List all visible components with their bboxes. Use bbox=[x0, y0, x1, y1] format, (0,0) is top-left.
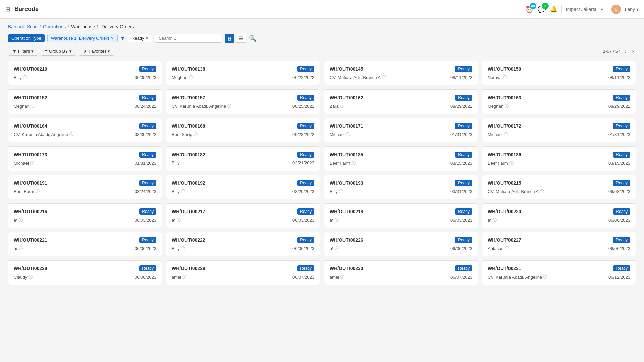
delivery-order-card[interactable]: WH/OUT/00145 Ready CV. Mutiara Adil, Bra… bbox=[324, 61, 478, 85]
delivery-order-card[interactable]: WH/OUT/00173 Ready Michael ⓘ 01/31/2023 bbox=[8, 146, 162, 171]
info-icon: ⓘ bbox=[339, 189, 343, 194]
status-badge: Ready bbox=[455, 152, 472, 158]
card-id: WH/OUT/00185 bbox=[330, 152, 363, 157]
search-input[interactable] bbox=[155, 34, 222, 43]
delivery-order-card[interactable]: WH/OUT/00152 Ready Meghan ⓘ 08/24/2022 bbox=[8, 89, 162, 114]
delivery-order-card[interactable]: WH/OUT/00157 Ready CV. Karunia Abadi, An… bbox=[166, 89, 320, 114]
delivery-order-card[interactable]: WH/OUT/00138 Ready Meghan ⓘ 06/22/2022 bbox=[166, 61, 320, 85]
info-icon: ⓘ bbox=[177, 217, 181, 223]
delivery-order-card[interactable]: WH/OUT/00226 Ready a\ ⓘ 06/06/2023 bbox=[324, 232, 478, 256]
card-id: WH/OUT/00221 bbox=[14, 237, 47, 243]
remove-operation-filter[interactable]: ✕ bbox=[111, 36, 114, 41]
delivery-order-card[interactable]: WH/OUT/00182 Ready Billy ⚠ 02/21/2023 bbox=[166, 146, 320, 171]
delivery-order-card[interactable]: WH/OUT/00216 Ready a\ ⓘ 06/03/2023 bbox=[8, 203, 162, 228]
delivery-order-card[interactable]: WH/OUT/00229 Ready amel ⓘ 06/07/2023 bbox=[166, 260, 320, 285]
operation-type-value-tag[interactable]: Warehouse 1: Delivery Orders ✕ bbox=[47, 34, 118, 42]
card-id: WH/OUT/00152 bbox=[14, 95, 47, 100]
info-icon: ⓘ bbox=[194, 132, 198, 137]
delivery-order-card[interactable]: WH/OUT/00231 Ready CV. Karunia Abadi, An… bbox=[482, 260, 636, 285]
delivery-order-card[interactable]: WH/OUT/00217 Ready a\ ⓘ 06/03/2023 bbox=[166, 203, 320, 228]
view-toggle: ▦ ☰ bbox=[225, 34, 246, 43]
info-icon: ⓘ bbox=[181, 246, 185, 251]
card-footer: Beef Shop ⓘ 09/23/2022 bbox=[172, 132, 314, 137]
delivery-order-card[interactable]: WH/OUT/00220 Ready a\ ⓘ 06/06/2023 bbox=[482, 203, 636, 228]
card-footer: a\ ⓘ 06/06/2023 bbox=[488, 217, 630, 223]
delivery-order-card[interactable]: WH/OUT/00162 Ready Zara ⓘ 08/29/2022 bbox=[324, 89, 478, 114]
card-header: WH/OUT/00220 Ready bbox=[488, 208, 630, 215]
card-footer: Michael ⓘ 01/31/2023 bbox=[330, 132, 472, 137]
delivery-order-card[interactable]: WH/OUT/00227 Ready Antasari ⓘ 06/06/2023 bbox=[482, 232, 636, 256]
filter-funnel-icon: ▼ bbox=[120, 36, 125, 41]
filters-button[interactable]: ▼ Filters ▾ bbox=[8, 47, 38, 56]
delivery-order-card[interactable]: WH/OUT/00191 Ready Beef Farm ⓘ 03/24/202… bbox=[8, 175, 162, 199]
delivery-order-card[interactable]: WH/OUT/00163 Ready Meghan ⓘ 08/29/2022 bbox=[482, 89, 636, 114]
settings-icon[interactable]: 🔔 bbox=[550, 6, 557, 13]
status-badge: Ready bbox=[455, 265, 472, 272]
grid-icon[interactable]: ⊞ bbox=[5, 6, 10, 13]
status-badge: Ready bbox=[613, 237, 630, 243]
list-view-button[interactable]: ☰ bbox=[236, 34, 246, 43]
user-menu[interactable]: Leny ▾ bbox=[625, 7, 639, 12]
delivery-order-card[interactable]: WH/OUT/00168 Ready Beef Shop ⓘ 09/23/202… bbox=[166, 118, 320, 142]
card-person: Beef Shop ⓘ bbox=[172, 132, 198, 137]
card-date: 08/29/2022 bbox=[450, 104, 472, 109]
card-id: WH/OUT/00172 bbox=[488, 123, 521, 129]
company-chevron[interactable]: ▾ bbox=[601, 7, 603, 12]
delivery-order-card[interactable]: WH/OUT/00230 Ready amel ⓘ 06/07/2023 bbox=[324, 260, 478, 285]
top-right-actions: ⏰ 40 💬 3 🔔 Impact Jakarta ▾ L Leny ▾ bbox=[525, 5, 639, 14]
ready-filter-tag[interactable]: Ready ✕ bbox=[128, 34, 153, 42]
company-selector[interactable]: Impact Jakarta bbox=[566, 7, 597, 12]
status-badge: Ready bbox=[455, 123, 472, 129]
delivery-order-card[interactable]: WH/OUT/00185 Ready Beef Farm ⓘ 03/15/202… bbox=[324, 146, 478, 171]
card-footer: CV. Mutiara Adil, Branch A ⓘ 08/11/2022 bbox=[330, 75, 472, 80]
pagination-next[interactable]: › bbox=[630, 48, 636, 55]
card-header: WH/OUT/00215 Ready bbox=[488, 180, 630, 186]
card-footer: Beef Farm ⓘ 03/24/2023 bbox=[14, 189, 156, 194]
delivery-order-card[interactable]: WH/OUT/00221 Ready a/ ⓘ 06/06/2023 bbox=[8, 232, 162, 256]
chat-notification[interactable]: 💬 3 bbox=[538, 5, 546, 13]
card-person: CV. Mutiara Adil, Branch A ⓘ bbox=[330, 75, 386, 80]
status-badge: Ready bbox=[297, 208, 314, 215]
card-date: 06/03/2023 bbox=[292, 218, 314, 223]
group-by-button[interactable]: ≡ Group BY ▾ bbox=[41, 47, 76, 56]
remove-ready-filter[interactable]: ✕ bbox=[145, 36, 149, 41]
status-badge: Ready bbox=[139, 95, 156, 101]
card-person: amel ⓘ bbox=[330, 274, 344, 280]
card-person: Billy ⚠ bbox=[172, 160, 185, 165]
delivery-order-card[interactable]: WH/OUT/00222 Ready Billy ⓘ 06/06/2023 bbox=[166, 232, 320, 256]
card-person: Billy ⓘ bbox=[14, 75, 27, 80]
card-person: CV. Karunia Abadi, Angeline ⓘ bbox=[172, 103, 231, 109]
card-header: WH/OUT/00229 Ready bbox=[172, 265, 314, 272]
card-date: 03/29/2023 bbox=[292, 189, 314, 194]
kanban-view-button[interactable]: ▦ bbox=[225, 34, 234, 43]
delivery-order-card[interactable]: WH/OUT/00215 Ready CV. Mutiara Adil, Bra… bbox=[482, 175, 636, 199]
warn-icon: ⚠ bbox=[181, 161, 185, 165]
delivery-order-card[interactable]: WH/OUT/00186 Ready Beef Farm ⓘ 03/15/202… bbox=[482, 146, 636, 171]
card-footer: CV. Karunia Abadi, Angeline ⓘ 08/30/2022 bbox=[14, 132, 156, 137]
delivery-order-card[interactable]: WH/OUT/00219 Ready Billy ⓘ 06/05/2023 bbox=[8, 61, 162, 85]
breadcrumb-operations[interactable]: Operations bbox=[43, 24, 66, 29]
card-person: Naraya ⓘ bbox=[488, 75, 507, 80]
clock-notification[interactable]: ⏰ 40 bbox=[525, 5, 534, 13]
favorites-button[interactable]: ★ Favorites ▾ bbox=[79, 47, 114, 56]
delivery-order-card[interactable]: WH/OUT/00172 Ready Michael ⓘ 01/31/2023 bbox=[482, 118, 636, 142]
card-footer: Claudy ⓘ 06/06/2023 bbox=[14, 274, 156, 280]
delivery-order-card[interactable]: WH/OUT/00192 Ready Billy ⓘ 03/29/2023 bbox=[166, 175, 320, 199]
card-person: CV. Karunia Abadi, Angeline ⓘ bbox=[488, 274, 547, 280]
delivery-order-card[interactable]: WH/OUT/00228 Ready Claudy ⓘ 06/06/2023 bbox=[8, 260, 162, 285]
delivery-order-card[interactable]: WH/OUT/00164 Ready CV. Karunia Abadi, An… bbox=[8, 118, 162, 142]
delivery-order-card[interactable]: WH/OUT/00171 Ready Michael ⓘ 01/31/2023 bbox=[324, 118, 478, 142]
card-date: 06/07/2023 bbox=[292, 275, 314, 280]
pagination-prev[interactable]: ‹ bbox=[622, 48, 628, 55]
delivery-order-card[interactable]: WH/OUT/00218 Ready a\ ⓘ 06/03/2023 bbox=[324, 203, 478, 228]
card-footer: amel ⓘ 06/07/2023 bbox=[172, 274, 314, 280]
card-header: WH/OUT/00216 Ready bbox=[14, 208, 156, 215]
search-button[interactable]: 🔍 bbox=[249, 35, 256, 42]
delivery-order-card[interactable]: WH/OUT/00150 Ready Naraya ⓘ 08/11/2022 bbox=[482, 61, 636, 85]
card-person: Antasari ⓘ bbox=[488, 246, 509, 251]
delivery-order-card[interactable]: WH/OUT/00193 Ready Billy ⓘ 03/31/2023 bbox=[324, 175, 478, 199]
card-person: Billy ⓘ bbox=[172, 189, 185, 194]
breadcrumb-barcode-scan[interactable]: Barcode Scan bbox=[8, 24, 38, 29]
group-by-chevron: ▾ bbox=[69, 49, 72, 54]
card-date: 03/31/2023 bbox=[450, 189, 472, 194]
